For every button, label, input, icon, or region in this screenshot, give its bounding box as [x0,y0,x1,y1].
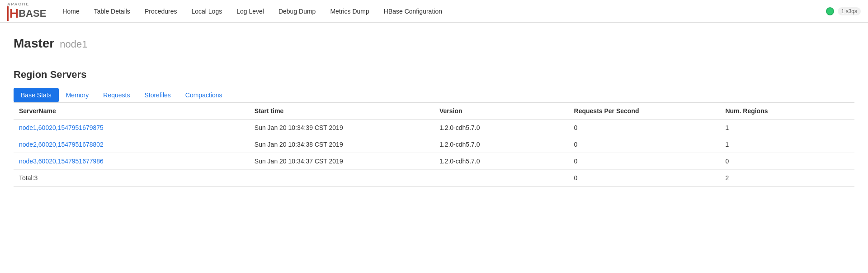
nav-procedures[interactable]: Procedures [137,0,184,23]
nav-links: Home Table Details Procedures Local Logs… [55,0,826,23]
nav-debug-dump[interactable]: Debug Dump [271,0,323,23]
table-row: node1,60020,1547951679875 Sun Jan 20 10:… [14,120,854,136]
master-title-section: Master node1 [14,36,854,51]
nav-metrics-dump[interactable]: Metrics Dump [323,0,376,23]
total-start-time [249,170,434,187]
table-header-row: ServerName Start time Version Requests P… [14,103,854,120]
server-name-link[interactable]: node3,60020,1547951677986 [19,158,104,165]
nav-hbase-config[interactable]: HBase Configuration [377,0,449,23]
tab-base-stats[interactable]: Base Stats [14,88,59,102]
apache-text: APACHE [7,2,46,6]
col-header-start-time: Start time [249,103,434,120]
nav-log-level[interactable]: Log Level [229,0,271,23]
logo-bar [7,6,9,21]
node-name: node1 [60,38,87,50]
main-content: Master node1 Region Servers Base Stats M… [0,23,868,196]
cell-rps: 0 [569,136,720,153]
logo-h: H [9,6,19,21]
cell-rps: 0 [569,153,720,170]
col-header-version: Version [434,103,569,120]
col-header-rps: Requests Per Second [569,103,720,120]
tab-compactions[interactable]: Compactions [178,88,230,102]
cell-start-time: Sun Jan 20 10:34:38 CST 2019 [249,136,434,153]
total-label: Total:3 [14,170,249,187]
cell-server-name: node2,60020,1547951678802 [14,136,249,153]
cell-server-name: node3,60020,1547951677986 [14,153,249,170]
col-header-num-regions: Num. Regions [720,103,854,120]
nav-table-details[interactable]: Table Details [87,0,137,23]
tab-requests[interactable]: Requests [96,88,137,102]
hbase-logo: H BASE [7,6,46,21]
cell-rps: 0 [569,120,720,136]
col-header-server-name: ServerName [14,103,249,120]
region-servers-table: ServerName Start time Version Requests P… [14,102,854,187]
server-name-link[interactable]: node1,60020,1547951679875 [19,124,104,131]
table-row: node2,60020,1547951678802 Sun Jan 20 10:… [14,136,854,153]
total-version [434,170,569,187]
page-title: Master [14,36,54,51]
tab-storefiles[interactable]: Storefiles [137,88,178,102]
cell-version: 1.2.0-cdh5.7.0 [434,120,569,136]
nav-status: 1 s3qs [826,7,861,15]
cell-num-regions: 1 [720,136,854,153]
cell-num-regions: 0 [720,153,854,170]
total-num-regions: 2 [720,170,854,187]
status-indicator [826,7,834,15]
cell-server-name: node1,60020,1547951679875 [14,120,249,136]
cell-version: 1.2.0-cdh5.7.0 [434,136,569,153]
region-servers-title: Region Servers [14,69,854,81]
region-servers-section: Region Servers Base Stats Memory Request… [14,69,854,187]
nav-local-logs[interactable]: Local Logs [184,0,229,23]
total-rps: 0 [569,170,720,187]
logo: APACHE H BASE [7,2,46,21]
cell-start-time: Sun Jan 20 10:34:39 CST 2019 [249,120,434,136]
nav-home[interactable]: Home [55,0,86,23]
server-name-link[interactable]: node2,60020,1547951678802 [19,141,104,148]
logo-base-text: BASE [19,8,46,19]
tab-memory[interactable]: Memory [59,88,96,102]
navbar: APACHE H BASE Home Table Details Procedu… [0,0,868,23]
cell-start-time: Sun Jan 20 10:34:37 CST 2019 [249,153,434,170]
status-text: 1 s3qs [838,7,861,15]
table-row: node3,60020,1547951677986 Sun Jan 20 10:… [14,153,854,170]
cell-num-regions: 1 [720,120,854,136]
cell-version: 1.2.0-cdh5.7.0 [434,153,569,170]
region-server-tabs: Base Stats Memory Requests Storefiles Co… [14,88,854,102]
table-total-row: Total:3 0 2 [14,170,854,187]
